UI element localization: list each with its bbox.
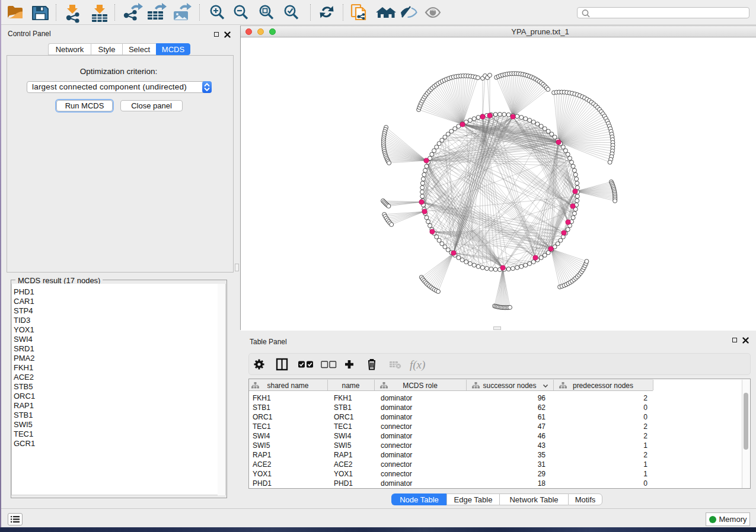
svg-text:f(x): f(x) — [410, 358, 425, 371]
